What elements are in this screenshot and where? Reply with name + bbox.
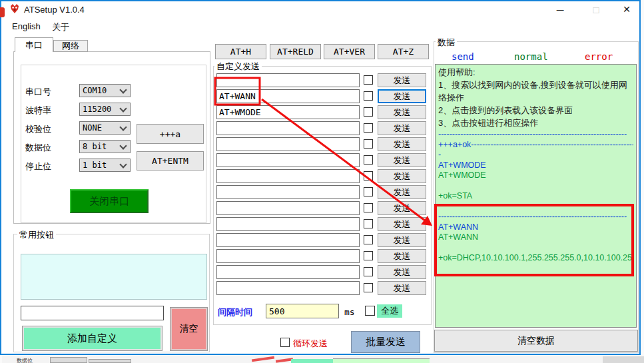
stop-bits-select[interactable]: 1 bit bbox=[79, 159, 131, 172]
custom-command-input-12[interactable] bbox=[216, 249, 360, 263]
maximize-button[interactable]: □ bbox=[586, 2, 606, 17]
row-checkbox-8[interactable] bbox=[364, 187, 373, 196]
loop-send-checkbox[interactable] bbox=[280, 338, 290, 347]
row-checkbox-4[interactable] bbox=[364, 123, 373, 133]
custom-command-input-2[interactable] bbox=[216, 89, 360, 103]
tab-serial[interactable]: 串口 bbox=[15, 37, 53, 52]
custom-command-input-7[interactable] bbox=[216, 169, 360, 183]
data-bits-select[interactable]: 8 bit bbox=[79, 140, 131, 153]
custom-command-input-5[interactable] bbox=[216, 137, 360, 151]
send-button-5[interactable]: 发送 bbox=[378, 137, 426, 151]
row-checkbox-11[interactable] bbox=[364, 235, 373, 244]
at-ver-button[interactable]: AT+VER bbox=[324, 44, 375, 59]
clear-common-button[interactable]: 清空 bbox=[170, 307, 208, 351]
row-checkbox-14[interactable] bbox=[364, 283, 373, 292]
stop-bits-value: 1 bit bbox=[83, 161, 107, 170]
custom-command-input-11[interactable] bbox=[216, 233, 360, 247]
common-buttons-list[interactable] bbox=[21, 254, 207, 300]
row-checkbox-6[interactable] bbox=[364, 155, 373, 165]
data-bits-value: 8 bit bbox=[83, 142, 107, 151]
clear-data-button[interactable]: 清空数据 bbox=[434, 330, 638, 352]
log-line bbox=[438, 181, 633, 192]
parity-select[interactable]: NONE bbox=[79, 121, 131, 135]
custom-command-input-6[interactable] bbox=[216, 153, 360, 167]
custom-command-input-1[interactable] bbox=[216, 73, 360, 87]
baud-rate-label: 波特率 bbox=[25, 105, 51, 117]
log-line: AT+WMODE bbox=[438, 171, 633, 181]
baud-rate-select[interactable]: 115200 bbox=[79, 103, 131, 116]
custom-command-input-13[interactable] bbox=[216, 265, 360, 279]
row-checkbox-5[interactable] bbox=[364, 139, 373, 149]
send-button-14[interactable]: 发送 bbox=[378, 281, 426, 295]
chevron-down-icon bbox=[119, 86, 127, 93]
custom-command-input-3[interactable] bbox=[216, 105, 360, 119]
send-button-2[interactable]: 发送 bbox=[378, 89, 426, 103]
send-button-3[interactable]: 发送 bbox=[378, 105, 426, 119]
row-checkbox-9[interactable] bbox=[364, 203, 373, 212]
row-checkbox-10[interactable] bbox=[364, 219, 373, 228]
log-line: 2、点击搜到的列表载入该设备界面 bbox=[438, 104, 633, 117]
data-bits-label: 数据位 bbox=[25, 142, 51, 154]
send-button-6[interactable]: 发送 bbox=[378, 153, 426, 167]
log-line: +ok=DHCP,10.10.100.1,255.255.255.0,10.10… bbox=[438, 253, 633, 264]
batch-send-button[interactable]: 批量发送 bbox=[351, 331, 420, 353]
log-line: - bbox=[438, 150, 633, 161]
log-line: ----------------------------------------… bbox=[438, 212, 633, 222]
send-button-9[interactable]: 发送 bbox=[378, 201, 426, 215]
log-line: AT+WMODE bbox=[438, 161, 633, 171]
row-checkbox-3[interactable] bbox=[364, 107, 373, 117]
background-fragment-box bbox=[603, 356, 644, 363]
legend-error: error bbox=[585, 51, 613, 62]
send-button-11[interactable]: 发送 bbox=[378, 233, 426, 247]
custom-command-input-9[interactable] bbox=[216, 201, 360, 215]
log-line: AT+WANN bbox=[438, 232, 633, 243]
select-all-checkbox[interactable] bbox=[365, 306, 375, 316]
row-checkbox-7[interactable] bbox=[364, 171, 373, 181]
background-fragment-green bbox=[333, 358, 430, 363]
send-button-8[interactable]: 发送 bbox=[378, 185, 426, 199]
row-checkbox-1[interactable] bbox=[364, 75, 373, 85]
menu-about[interactable]: 关于 bbox=[48, 20, 73, 35]
at-entm-button[interactable]: AT+ENTM bbox=[137, 151, 204, 171]
window-title: ATSetup V1.0.4 bbox=[24, 5, 85, 15]
com-port-value: COM10 bbox=[83, 86, 107, 95]
chevron-down-icon bbox=[119, 161, 127, 168]
background-fragment-box bbox=[50, 357, 87, 363]
background-fragment-box bbox=[89, 359, 131, 363]
at-reld-button[interactable]: AT+RELD bbox=[270, 44, 321, 59]
data-log-area[interactable]: 使用帮助: 1、搜索以找到网内的设备,搜到设备就可以使用网 络操作 2、点击搜到… bbox=[435, 64, 637, 328]
loop-send-label: 循环发送 bbox=[293, 338, 328, 350]
common-button-input[interactable] bbox=[21, 306, 164, 320]
menu-english[interactable]: English bbox=[8, 20, 45, 33]
close-button[interactable]: × bbox=[617, 2, 637, 17]
com-port-select[interactable]: COM10 bbox=[79, 84, 131, 97]
tab-network[interactable]: 网络 bbox=[53, 40, 88, 52]
send-button-13[interactable]: 发送 bbox=[378, 265, 426, 279]
row-checkbox-2[interactable] bbox=[364, 91, 373, 101]
custom-command-input-14[interactable] bbox=[216, 281, 360, 295]
custom-command-input-4[interactable] bbox=[216, 121, 360, 135]
row-checkbox-13[interactable] bbox=[364, 267, 373, 276]
send-button-4[interactable]: 发送 bbox=[378, 121, 426, 135]
close-serial-port-button[interactable]: 关闭串口 bbox=[70, 189, 149, 213]
send-button-1[interactable]: 发送 bbox=[378, 73, 426, 87]
com-port-label: 串口号 bbox=[25, 86, 51, 98]
send-button-12[interactable]: 发送 bbox=[378, 249, 426, 263]
log-line: 使用帮助: bbox=[438, 66, 633, 79]
send-button-7[interactable]: 发送 bbox=[378, 169, 426, 183]
send-button-10[interactable]: 发送 bbox=[378, 217, 426, 231]
row-checkbox-12[interactable] bbox=[364, 251, 373, 260]
minimize-button[interactable]: ─ bbox=[550, 2, 570, 17]
parity-value: NONE bbox=[83, 123, 102, 133]
custom-command-input-10[interactable] bbox=[216, 217, 360, 231]
at-z-button[interactable]: AT+Z bbox=[378, 44, 429, 59]
interval-input[interactable] bbox=[266, 304, 339, 318]
custom-command-input-8[interactable] bbox=[216, 185, 360, 199]
data-panel-title: 数据 bbox=[436, 37, 457, 49]
add-custom-button[interactable]: 添加自定义 bbox=[22, 326, 162, 351]
baud-rate-value: 115200 bbox=[83, 105, 111, 114]
plus-a-button[interactable]: +++a bbox=[137, 124, 204, 144]
select-all-label: 全选 bbox=[377, 304, 402, 318]
background-fragment-teal bbox=[291, 359, 333, 363]
at-h-button[interactable]: AT+H bbox=[215, 44, 266, 59]
